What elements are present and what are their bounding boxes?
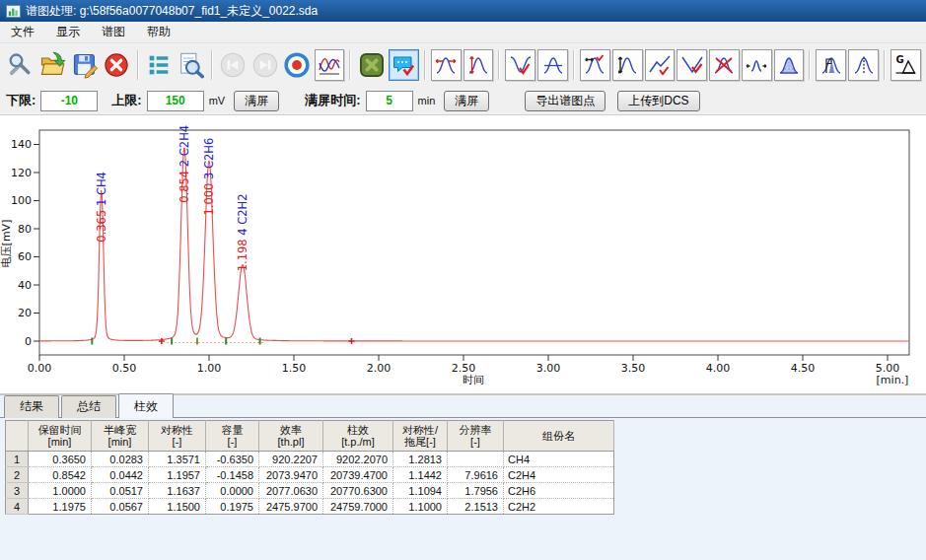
table-cell: 2475.9700 bbox=[259, 499, 323, 515]
table-cell: 1.1442 bbox=[393, 467, 448, 483]
y-tick-label: 0 bbox=[25, 335, 32, 348]
peak-move-button[interactable] bbox=[580, 49, 610, 81]
group-analysis-button[interactable]: G bbox=[890, 49, 921, 81]
fullscreen-voltage-button[interactable]: 满屏 bbox=[234, 91, 279, 111]
annotation-button[interactable] bbox=[389, 49, 419, 81]
peak-delete-button[interactable] bbox=[709, 49, 740, 81]
fullscreen-time-input[interactable] bbox=[366, 91, 413, 111]
toolbar-separator bbox=[211, 50, 213, 80]
table-cell: 1.1094 bbox=[393, 483, 448, 499]
peak-flag-icon bbox=[819, 53, 843, 77]
mv-unit-label: mV bbox=[209, 95, 226, 106]
title-bar: 谱图处理: g:\58f56a0077048b07_fid1_未定义_0022.… bbox=[0, 0, 926, 22]
peak-height-button[interactable] bbox=[463, 49, 494, 81]
tab-柱效[interactable]: 柱效 bbox=[118, 393, 174, 418]
table-cell: 1.0000 bbox=[29, 483, 92, 499]
x-tick-label: 4.50 bbox=[791, 362, 816, 375]
preview-icon bbox=[177, 51, 204, 79]
valley-check-button[interactable] bbox=[505, 49, 535, 81]
rising-check-button[interactable] bbox=[645, 49, 676, 81]
table-cell: C2H6 bbox=[504, 483, 614, 499]
x-tick-label: 1.00 bbox=[197, 362, 222, 375]
column-header: 分辨率[-] bbox=[448, 421, 504, 452]
next-record-button bbox=[249, 48, 281, 82]
peak-fill-button[interactable] bbox=[774, 49, 805, 81]
baseline-marker bbox=[196, 338, 198, 345]
close-button[interactable] bbox=[101, 48, 133, 82]
column-header: 对称性[-] bbox=[149, 421, 206, 452]
group-analysis-icon: G bbox=[893, 53, 917, 77]
export-points-button[interactable]: 导出谱图点 bbox=[525, 91, 605, 111]
table-cell: 0.8542 bbox=[29, 467, 92, 483]
table-row[interactable]: 31.00000.05171.16370.00002077.063020770.… bbox=[6, 483, 614, 499]
table-cell: 2073.9470 bbox=[259, 467, 323, 483]
controls-bar: 下限: 上限: mV 满屏 满屏时间: min 满屏 导出谱图点 上传到DCS bbox=[0, 87, 926, 115]
menu-help[interactable]: 帮助 bbox=[136, 22, 181, 42]
open-file-button[interactable] bbox=[36, 48, 69, 82]
x-tick-label: 1.50 bbox=[282, 362, 307, 375]
lower-limit-label: 下限: bbox=[6, 92, 36, 109]
peak-label: 1.198 4 C2H2 bbox=[236, 193, 249, 271]
peak-width-button[interactable] bbox=[431, 49, 462, 81]
peak-list-icon bbox=[145, 51, 173, 79]
y-tick-label: 40 bbox=[18, 279, 32, 292]
table-cell: CH4 bbox=[504, 452, 614, 467]
table-cell: 920.2207 bbox=[259, 452, 323, 467]
toolbar-separator bbox=[809, 50, 811, 80]
zoom-tool-button[interactable] bbox=[4, 48, 36, 82]
upload-dcs-button[interactable]: 上传到DCS bbox=[617, 91, 699, 111]
toolbar-separator bbox=[884, 50, 886, 80]
curve-compare-icon bbox=[318, 53, 341, 77]
plot-area[interactable] bbox=[39, 130, 909, 355]
table-cell: C2H4 bbox=[504, 467, 614, 483]
peak-results-table: 保留时间[min]半峰宽[min]对称性[-]容量[-]效率[th.pl]柱效[… bbox=[5, 420, 614, 515]
valley-v-check-button[interactable] bbox=[677, 49, 707, 81]
table-cell: 1.1975 bbox=[29, 499, 92, 515]
column-header: 容量[-] bbox=[206, 421, 259, 452]
save-button[interactable] bbox=[68, 48, 101, 82]
table-cell: 0.0000 bbox=[206, 483, 259, 499]
valley-v-check-icon bbox=[680, 53, 704, 77]
fullscreen-time-button[interactable]: 满屏 bbox=[444, 91, 489, 111]
menu-bar: 文件 显示 谱图 帮助 bbox=[0, 22, 926, 43]
table-cell: 0.1975 bbox=[206, 499, 259, 515]
table-row[interactable]: 41.19750.05671.15000.19752475.970024759.… bbox=[6, 499, 614, 515]
y-tick-label: 100 bbox=[11, 194, 32, 207]
menu-file[interactable]: 文件 bbox=[0, 22, 45, 42]
x-axis-unit: [min.] bbox=[877, 374, 909, 386]
excel-export-button[interactable] bbox=[355, 48, 388, 82]
peak-flag-button[interactable] bbox=[816, 49, 846, 81]
peak-label: 1.000 3 C2H6 bbox=[202, 138, 216, 216]
peak-merge-icon bbox=[745, 53, 768, 77]
curve-compare-button[interactable] bbox=[315, 49, 345, 81]
peak-vertical-button[interactable] bbox=[612, 49, 643, 81]
column-header: 对称性/拖尾[-] bbox=[393, 421, 448, 452]
row-number: 3 bbox=[6, 483, 29, 499]
record-button[interactable] bbox=[281, 48, 314, 82]
table-cell: 0.0567 bbox=[92, 499, 149, 515]
y-tick-label: 60 bbox=[18, 250, 32, 263]
column-header: 组份名 bbox=[504, 421, 614, 452]
peak-merge-button[interactable] bbox=[742, 49, 772, 81]
table-row[interactable]: 20.85420.04421.1957-0.14582073.947020739… bbox=[6, 467, 614, 483]
table-cell: 0.3650 bbox=[29, 452, 92, 467]
upper-limit-input[interactable] bbox=[147, 91, 204, 111]
table-row[interactable]: 10.36500.02831.3571-0.6350920.22079202.2… bbox=[6, 452, 614, 467]
row-number: 2 bbox=[6, 467, 29, 483]
menu-display[interactable]: 显示 bbox=[45, 22, 91, 42]
peak-list-button[interactable] bbox=[143, 48, 176, 82]
column-header: 效率[th.pl] bbox=[259, 421, 323, 452]
tab-结果[interactable]: 结果 bbox=[4, 395, 59, 418]
table-cell: 20739.4700 bbox=[323, 467, 393, 483]
y-tick-label: 80 bbox=[18, 223, 32, 236]
preview-button[interactable] bbox=[175, 48, 207, 82]
chromatogram-chart[interactable]: 020406080100120140电压[mV]0.000.501.001.50… bbox=[0, 115, 926, 391]
table-cell: 1.7956 bbox=[448, 483, 504, 499]
peak-center-button[interactable] bbox=[848, 49, 879, 81]
menu-spectrum[interactable]: 谱图 bbox=[91, 22, 136, 42]
x-tick-label: 0.50 bbox=[112, 362, 137, 375]
baseline-marker bbox=[91, 338, 93, 345]
lower-limit-input[interactable] bbox=[40, 91, 98, 111]
peak-baseline-button[interactable] bbox=[537, 49, 568, 81]
tab-总结[interactable]: 总结 bbox=[61, 395, 116, 418]
